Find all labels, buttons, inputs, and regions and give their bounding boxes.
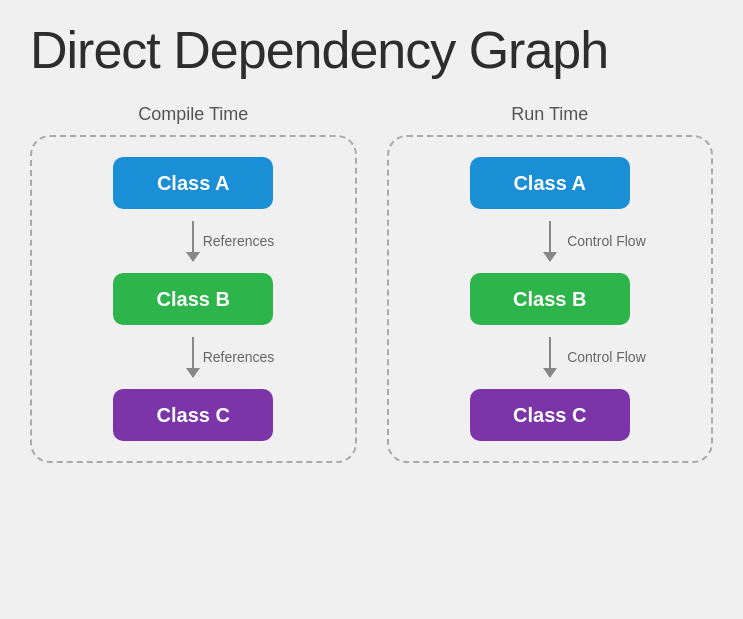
arrow1-run-label: Control Flow	[567, 233, 646, 249]
arrow1-compile-label: References	[203, 233, 275, 249]
arrow2-run-container: Control Flow	[549, 325, 551, 389]
arrow1-run-container: Control Flow	[549, 209, 551, 273]
class-a-run-node: Class A	[470, 157, 630, 209]
arrow2-compile-container: References	[192, 325, 194, 389]
arrow1-compile-line	[192, 221, 194, 261]
compile-time-label: Compile Time	[138, 104, 248, 125]
arrow2-compile-line	[192, 337, 194, 377]
run-time-label: Run Time	[511, 104, 588, 125]
arrow2-run-label: Control Flow	[567, 349, 646, 365]
arrow2-compile-label: References	[203, 349, 275, 365]
class-a-compile-node: Class A	[113, 157, 273, 209]
arrow1-run-line	[549, 221, 551, 261]
class-b-run-node: Class B	[470, 273, 630, 325]
run-time-box: Class A Control Flow Class B Control Flo…	[387, 135, 714, 463]
class-b-compile-node: Class B	[113, 273, 273, 325]
run-time-section: Run Time Class A Control Flow Class B Co…	[387, 104, 714, 463]
class-c-compile-node: Class C	[113, 389, 273, 441]
diagrams-container: Compile Time Class A References Class B …	[30, 104, 713, 463]
page-title: Direct Dependency Graph	[30, 20, 608, 80]
arrow1-compile-container: References	[192, 209, 194, 273]
compile-time-section: Compile Time Class A References Class B …	[30, 104, 357, 463]
class-c-run-node: Class C	[470, 389, 630, 441]
arrow2-run-line	[549, 337, 551, 377]
compile-time-box: Class A References Class B References Cl…	[30, 135, 357, 463]
